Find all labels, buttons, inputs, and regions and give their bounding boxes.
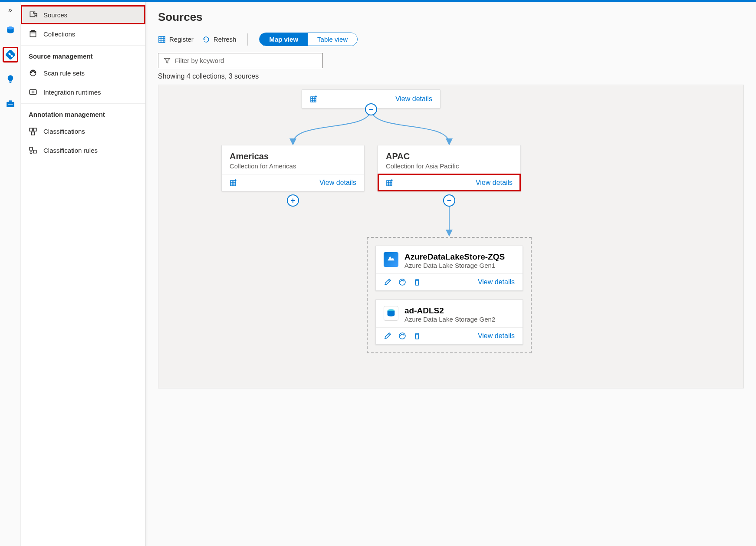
svg-rect-16 bbox=[9, 100, 12, 102]
svg-point-10 bbox=[7, 26, 13, 30]
source-subtitle: Azure Data Lake Storage Gen1 bbox=[404, 262, 505, 269]
expand-rail-button[interactable]: » bbox=[8, 6, 12, 14]
edit-icon[interactable] bbox=[384, 278, 391, 286]
sidebar-item-label: Collections bbox=[43, 30, 75, 38]
view-details-link[interactable]: View details bbox=[319, 179, 356, 187]
toolbar: Register Refresh Map view Table view bbox=[158, 33, 744, 46]
collection-card-americas[interactable]: Americas Collection for Americas View de… bbox=[221, 145, 365, 191]
collapse-root-button[interactable]: − bbox=[365, 103, 377, 115]
sidebar-item-label: Classifications bbox=[43, 128, 85, 135]
map-view-toggle[interactable]: Map view bbox=[260, 33, 308, 46]
rail-insights[interactable] bbox=[3, 71, 18, 87]
view-details-link[interactable]: View details bbox=[478, 278, 515, 286]
scan-icon[interactable] bbox=[398, 278, 406, 286]
sidebar-item-label: Classification rules bbox=[43, 147, 98, 154]
map-canvas[interactable]: View details − Americas Collection for A… bbox=[158, 85, 744, 388]
filter-input[interactable]: Filter by keyword bbox=[158, 53, 323, 68]
divider bbox=[247, 33, 248, 46]
svg-rect-17 bbox=[8, 104, 13, 105]
refresh-button[interactable]: Refresh bbox=[202, 36, 237, 43]
sidebar-section-header: Annotation management bbox=[21, 103, 145, 122]
rail-management[interactable] bbox=[3, 95, 18, 111]
view-details-link[interactable]: View details bbox=[395, 95, 432, 103]
results-summary: Showing 4 collections, 3 sources bbox=[158, 72, 744, 80]
view-toggle: Map view Table view bbox=[259, 33, 358, 46]
source-title: ad-ADLS2 bbox=[404, 306, 495, 316]
scan-icon[interactable] bbox=[398, 332, 406, 340]
card-title: APAC bbox=[386, 151, 513, 161]
filter-icon bbox=[164, 57, 171, 64]
register-button[interactable]: Register bbox=[158, 36, 194, 43]
delete-icon[interactable] bbox=[413, 278, 421, 286]
card-title: Americas bbox=[230, 151, 356, 161]
register-source-icon[interactable] bbox=[230, 179, 237, 187]
sidebar-item-sources[interactable]: Sources bbox=[21, 5, 145, 24]
adls-gen1-icon bbox=[384, 252, 398, 267]
edit-icon[interactable] bbox=[384, 332, 391, 340]
sidebar: Sources Collections Source management Sc… bbox=[21, 2, 146, 546]
grid-icon bbox=[310, 95, 318, 103]
collection-card-apac[interactable]: APAC Collection for Asia Pacific View de… bbox=[378, 145, 521, 191]
main-content: Sources Register Refresh Map view Table … bbox=[146, 2, 756, 546]
sidebar-item-label: Sources bbox=[43, 11, 67, 19]
sidebar-item-collections[interactable]: Collections bbox=[21, 24, 145, 43]
view-details-link[interactable]: View details bbox=[476, 179, 513, 187]
card-subtitle: Collection for Americas bbox=[230, 162, 356, 170]
sidebar-item-scan-rule-sets[interactable]: Scan rule sets bbox=[21, 63, 145, 82]
page-title: Sources bbox=[158, 10, 744, 24]
source-subtitle: Azure Data Lake Storage Gen2 bbox=[404, 316, 495, 323]
register-source-icon[interactable] bbox=[386, 179, 394, 187]
expand-americas-button[interactable]: + bbox=[287, 194, 299, 207]
adls-gen2-icon bbox=[384, 306, 398, 321]
source-card-adls2[interactable]: ad-ADLS2 Azure Data Lake Storage Gen2 Vi… bbox=[375, 299, 523, 345]
icon-rail: » bbox=[0, 2, 21, 546]
delete-icon[interactable] bbox=[413, 332, 421, 340]
collapse-apac-button[interactable]: − bbox=[443, 194, 455, 207]
card-subtitle: Collection for Asia Pacific bbox=[386, 162, 513, 170]
table-view-toggle[interactable]: Table view bbox=[308, 33, 357, 46]
svg-rect-14 bbox=[9, 82, 11, 83]
source-title: AzureDataLakeStore-ZQS bbox=[404, 252, 505, 262]
sidebar-item-classification-rules[interactable]: Classification rules bbox=[21, 141, 145, 160]
sidebar-item-label: Integration runtimes bbox=[43, 89, 101, 96]
sources-group: AzureDataLakeStore-ZQS Azure Data Lake S… bbox=[367, 237, 532, 353]
view-details-link[interactable]: View details bbox=[478, 332, 515, 340]
sidebar-item-label: Scan rule sets bbox=[43, 69, 85, 77]
source-card-adls1[interactable]: AzureDataLakeStore-ZQS Azure Data Lake S… bbox=[375, 246, 523, 291]
sidebar-item-integration-runtimes[interactable]: Integration runtimes bbox=[21, 82, 145, 102]
sidebar-item-classifications[interactable]: Classifications bbox=[21, 122, 145, 141]
rail-data-map[interactable] bbox=[3, 47, 18, 62]
sidebar-section-header: Source management bbox=[21, 45, 145, 63]
rail-data-catalog[interactable] bbox=[3, 23, 18, 38]
